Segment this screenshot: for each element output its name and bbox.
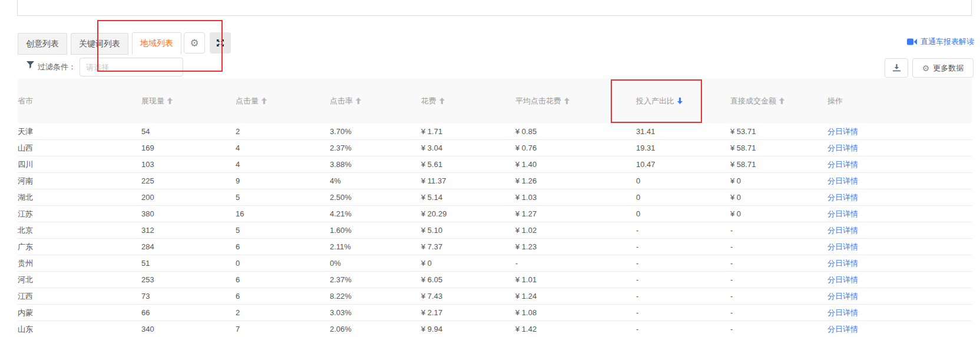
cell-direct_amount: - xyxy=(730,255,827,272)
cell-ctr: 0% xyxy=(330,255,421,272)
cell-province: 江西 xyxy=(18,288,141,305)
cell-ctr: 2.37% xyxy=(330,140,421,156)
col-header-label: 操作 xyxy=(827,96,843,105)
col-header-roi[interactable]: 投入产出比 xyxy=(636,78,730,124)
daily-detail-link[interactable]: 分日详情 xyxy=(827,176,858,185)
cell-action: 分日详情 xyxy=(827,305,972,321)
cell-province: 山东 xyxy=(18,321,141,337)
cell-clicks: 9 xyxy=(236,173,330,189)
cell-direct_amount: ¥ 0 xyxy=(730,189,827,206)
daily-detail-link[interactable]: 分日详情 xyxy=(827,127,858,136)
cell-roi: - xyxy=(636,239,730,255)
col-header-action: 操作 xyxy=(827,78,972,124)
cell-direct_amount: - xyxy=(730,288,827,305)
table-row: 山西16942.37%¥ 3.04¥ 0.7619.31¥ 58.71分日详情 xyxy=(18,140,972,156)
expand-icon xyxy=(216,39,224,47)
cell-clicks: 7 xyxy=(236,321,330,337)
cell-avg_click_cost: ¥ 1.08 xyxy=(515,305,636,321)
col-header-province: 省市 xyxy=(18,78,141,124)
daily-detail-link[interactable]: 分日详情 xyxy=(827,160,858,169)
col-header-label: 直接成交金额 xyxy=(730,96,776,105)
cell-impressions: 340 xyxy=(141,321,236,337)
cell-ctr: 2.11% xyxy=(330,239,421,255)
cell-province: 贵州 xyxy=(18,255,141,272)
report-page: 创意列表 关键词列表 地域列表 ⚙ 直通车报表解读 xyxy=(0,0,980,337)
fullscreen-button[interactable] xyxy=(210,32,231,54)
gear-icon: ⚙ xyxy=(190,38,198,48)
cell-cost: ¥ 1.71 xyxy=(421,124,515,140)
daily-detail-link[interactable]: 分日详情 xyxy=(827,209,858,218)
daily-detail-link[interactable]: 分日详情 xyxy=(827,292,858,301)
col-header-impressions[interactable]: 展现量 xyxy=(141,78,236,124)
cell-clicks: 6 xyxy=(236,288,330,305)
cell-clicks: 16 xyxy=(236,206,330,222)
daily-detail-link[interactable]: 分日详情 xyxy=(827,308,858,317)
filter-funnel-icon xyxy=(27,61,34,69)
col-header-avg_click_cost[interactable]: 平均点击花费 xyxy=(515,78,636,124)
cell-avg_click_cost: ¥ 1.26 xyxy=(515,173,636,189)
cell-impressions: 169 xyxy=(141,140,236,156)
cell-roi: 19.31 xyxy=(636,140,730,156)
report-explain-link[interactable]: 直通车报表解读 xyxy=(907,36,974,47)
daily-detail-link[interactable]: 分日详情 xyxy=(827,193,858,202)
cell-roi: - xyxy=(636,288,730,305)
cell-roi: - xyxy=(636,255,730,272)
cell-ctr: 8.22% xyxy=(330,288,421,305)
daily-detail-link[interactable]: 分日详情 xyxy=(827,325,858,333)
cell-province: 广东 xyxy=(18,239,141,255)
cell-direct_amount: ¥ 0 xyxy=(730,206,827,222)
tab-creative-list[interactable]: 创意列表 xyxy=(18,33,67,55)
cell-province: 河南 xyxy=(18,173,141,189)
cell-cost: ¥ 6.05 xyxy=(421,272,515,288)
daily-detail-link[interactable]: 分日详情 xyxy=(827,259,858,268)
cell-avg_click_cost: - xyxy=(515,255,636,272)
daily-detail-link[interactable]: 分日详情 xyxy=(827,144,858,152)
cell-ctr: 1.60% xyxy=(330,222,421,239)
tab-keyword-list[interactable]: 关键词列表 xyxy=(71,33,128,55)
daily-detail-link[interactable]: 分日详情 xyxy=(827,275,858,284)
col-header-label: 花费 xyxy=(421,96,436,105)
cell-cost: ¥ 5.61 xyxy=(421,156,515,173)
more-data-button[interactable]: ⚙ 更多数据 xyxy=(912,58,974,78)
cell-avg_click_cost: ¥ 1.40 xyxy=(515,156,636,173)
table-row: 江西7368.22%¥ 7.43¥ 1.24--分日详情 xyxy=(18,288,972,305)
col-header-label: 省市 xyxy=(18,96,33,105)
col-header-ctr[interactable]: 点击率 xyxy=(330,78,421,124)
cell-cost: ¥ 0 xyxy=(421,255,515,272)
filter-select-input[interactable] xyxy=(80,58,183,76)
column-settings-button[interactable]: ⚙ xyxy=(184,32,205,54)
table-row: 内蒙6623.03%¥ 2.17¥ 1.08--分日详情 xyxy=(18,305,972,321)
top-partial-panel xyxy=(17,0,972,16)
cell-province: 江苏 xyxy=(18,206,141,222)
cell-impressions: 51 xyxy=(141,255,236,272)
cell-ctr: 2.50% xyxy=(330,189,421,206)
table-row: 四川10343.88%¥ 5.61¥ 1.4010.47¥ 58.71分日详情 xyxy=(18,156,972,173)
report-tab-strip: 创意列表 关键词列表 地域列表 xyxy=(18,32,185,55)
cell-impressions: 253 xyxy=(141,272,236,288)
cell-action: 分日详情 xyxy=(827,288,972,305)
cell-direct_amount: - xyxy=(730,305,827,321)
cell-direct_amount: ¥ 58.71 xyxy=(730,140,827,156)
col-header-label: 点击率 xyxy=(330,96,353,105)
download-button[interactable] xyxy=(885,58,908,78)
col-header-cost[interactable]: 花费 xyxy=(421,78,515,124)
tab-region-list[interactable]: 地域列表 xyxy=(132,32,181,55)
daily-detail-link[interactable]: 分日详情 xyxy=(827,226,858,235)
cell-action: 分日详情 xyxy=(827,173,972,189)
col-header-label: 投入产出比 xyxy=(636,96,674,105)
cell-province: 四川 xyxy=(18,156,141,173)
cell-province: 北京 xyxy=(18,222,141,239)
cell-cost: ¥ 20.29 xyxy=(421,206,515,222)
cell-clicks: 0 xyxy=(236,255,330,272)
cell-ctr: 4% xyxy=(330,173,421,189)
cell-direct_amount: - xyxy=(730,321,827,337)
col-header-direct_amount[interactable]: 直接成交金额 xyxy=(730,78,827,124)
cell-impressions: 380 xyxy=(141,206,236,222)
cell-action: 分日详情 xyxy=(827,255,972,272)
cell-avg_click_cost: ¥ 1.01 xyxy=(515,272,636,288)
daily-detail-link[interactable]: 分日详情 xyxy=(827,242,858,251)
cell-cost: ¥ 7.43 xyxy=(421,288,515,305)
col-header-clicks[interactable]: 点击量 xyxy=(236,78,330,124)
cell-avg_click_cost: ¥ 1.02 xyxy=(515,222,636,239)
cell-ctr: 3.70% xyxy=(330,124,421,140)
